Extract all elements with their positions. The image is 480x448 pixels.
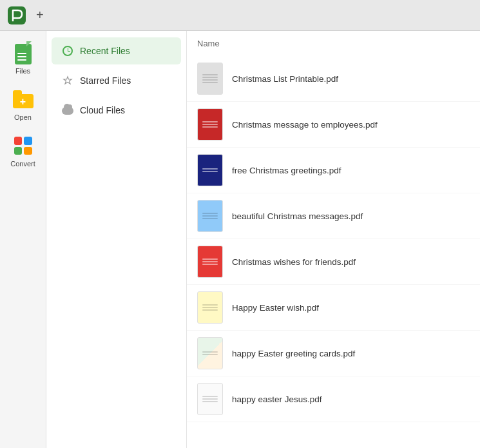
file-row[interactable]: Happy Easter wish.pdf xyxy=(187,285,480,331)
file-thumbnail xyxy=(197,154,223,186)
svg-rect-0 xyxy=(8,6,26,24)
open-label: Open xyxy=(14,113,32,121)
file-row[interactable]: free Christmas greetings.pdf xyxy=(187,148,480,193)
file-name: beautiful Christmas messages.pdf xyxy=(232,211,363,221)
nav-item-recent[interactable]: Recent Files xyxy=(52,37,181,64)
column-header: Name xyxy=(187,31,480,56)
file-name: Christmas List Printable.pdf xyxy=(232,74,338,84)
file-thumbnail xyxy=(197,291,223,324)
sidebar-item-files[interactable]: Files xyxy=(4,36,43,80)
column-name: Name xyxy=(187,34,230,54)
file-list: Christmas List Printable.pdf Christmas m… xyxy=(187,56,480,448)
nav-label-starred: Starred Files xyxy=(80,75,131,86)
file-name: Christmas wishes for friends.pdf xyxy=(232,257,356,267)
open-folder-icon: + xyxy=(13,90,34,108)
file-name: happy Easter greeting cards.pdf xyxy=(232,349,355,358)
file-row[interactable]: happy Easter greeting cards.pdf xyxy=(187,331,480,376)
file-name: Happy Easter wish.pdf xyxy=(232,303,319,313)
content-area: Name Christmas List Printable.pdf xyxy=(187,31,480,448)
files-icon-box xyxy=(12,41,35,64)
open-icon-box: + xyxy=(12,88,35,111)
file-thumbnail xyxy=(197,108,223,141)
file-name: happy easter Jesus.pdf xyxy=(232,394,322,404)
add-tab-button[interactable]: + xyxy=(36,8,44,23)
files-label: Files xyxy=(15,67,30,75)
file-row[interactable]: Christmas message to employees.pdf xyxy=(187,102,480,148)
clock-icon xyxy=(62,45,73,57)
file-thumbnail xyxy=(197,200,223,232)
file-row[interactable]: beautiful Christmas messages.pdf xyxy=(187,193,480,239)
files-icon xyxy=(14,41,33,64)
svg-marker-1 xyxy=(64,77,72,84)
file-row[interactable]: Christmas wishes for friends.pdf xyxy=(187,239,480,285)
file-thumbnail xyxy=(197,337,223,369)
star-icon xyxy=(62,75,73,86)
main-layout: Files + Open xyxy=(0,31,480,448)
sidebar-item-open[interactable]: + Open xyxy=(4,83,43,126)
nav-item-starred[interactable]: Starred Files xyxy=(52,67,181,94)
file-row[interactable]: happy easter Jesus.pdf xyxy=(187,376,480,422)
file-thumbnail xyxy=(197,63,223,95)
top-bar: + xyxy=(0,0,480,31)
file-row[interactable]: Christmas List Printable.pdf xyxy=(187,56,480,102)
file-name: Christmas message to employees.pdf xyxy=(232,120,378,130)
file-name: free Christmas greetings.pdf xyxy=(232,166,341,175)
convert-icon-box xyxy=(12,134,35,157)
convert-squares-icon xyxy=(14,137,32,155)
file-thumbnail xyxy=(197,383,223,415)
nav-label-cloud: Cloud Files xyxy=(80,105,125,115)
nav-label-recent: Recent Files xyxy=(80,46,130,56)
icon-sidebar: Files + Open xyxy=(0,31,46,448)
sidebar-item-convert[interactable]: Convert xyxy=(4,129,43,173)
convert-label: Convert xyxy=(10,160,35,168)
nav-item-cloud[interactable]: Cloud Files xyxy=(52,97,181,124)
file-thumbnail xyxy=(197,246,223,278)
nav-sidebar: Recent Files Starred Files Cloud Files xyxy=(46,31,187,448)
app-logo xyxy=(8,6,26,24)
cloud-icon xyxy=(62,104,73,116)
